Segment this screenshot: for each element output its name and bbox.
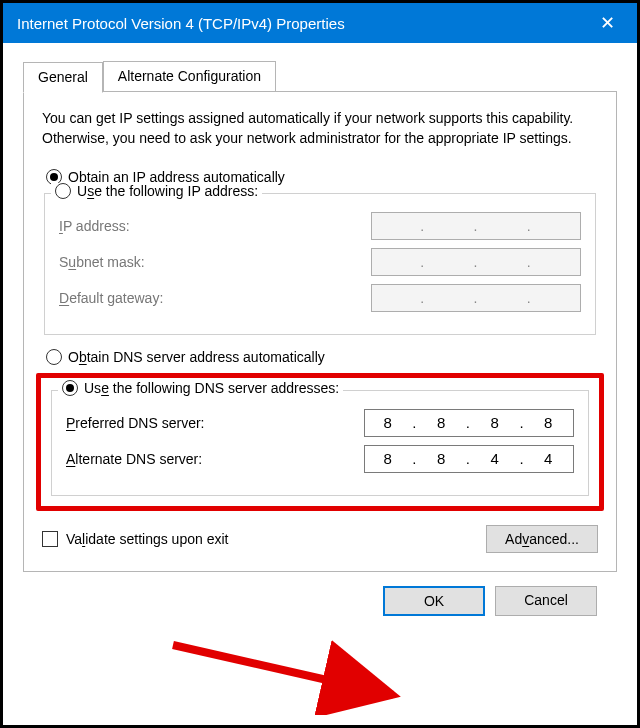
alternate-dns-input[interactable]: 8. 8. 4. 4	[364, 445, 574, 473]
arrow-annotation	[163, 635, 443, 715]
dns-group: Use the following DNS server addresses: …	[51, 390, 589, 496]
subnet-input: ...	[371, 248, 581, 276]
validate-checkbox[interactable]: Validate settings upon exit	[42, 531, 228, 547]
tab-alternate[interactable]: Alternate Configuration	[103, 61, 276, 92]
footer-row: Validate settings upon exit Advanced...	[42, 525, 598, 553]
radio-dns-auto-label: Obtain DNS server address automatically	[68, 349, 325, 365]
ip-address-label: IP address:	[59, 218, 130, 234]
alternate-dns-label: Alternate DNS server:	[66, 451, 202, 467]
radio-dns-manual-label: Use the following DNS server addresses:	[84, 380, 339, 396]
radio-icon	[46, 349, 62, 365]
cancel-button[interactable]: Cancel	[495, 586, 597, 616]
subnet-label: Subnet mask:	[59, 254, 145, 270]
radio-icon	[62, 380, 78, 396]
ok-button[interactable]: OK	[383, 586, 485, 616]
tab-general[interactable]: General	[23, 62, 103, 93]
ip-group: Use the following IP address: IP address…	[44, 193, 596, 335]
tabstrip: General Alternate Configuration	[23, 61, 617, 92]
gateway-label: Default gateway:	[59, 290, 163, 306]
dialog-buttons: OK Cancel	[23, 572, 617, 616]
radio-ip-manual-label: Use the following IP address:	[77, 183, 258, 199]
tab-content: You can get IP settings assigned automat…	[23, 91, 617, 572]
titlebar: Internet Protocol Version 4 (TCP/IPv4) P…	[3, 3, 637, 43]
svg-line-0	[173, 645, 393, 695]
preferred-dns-label: Preferred DNS server:	[66, 415, 205, 431]
radio-ip-manual[interactable]: Use the following IP address:	[51, 183, 262, 199]
radio-dns-manual[interactable]: Use the following DNS server addresses:	[58, 380, 343, 396]
preferred-dns-input[interactable]: 8. 8. 8. 8	[364, 409, 574, 437]
validate-label: Validate settings upon exit	[66, 531, 228, 547]
radio-icon	[55, 183, 71, 199]
ip-address-input: ...	[371, 212, 581, 240]
window-title: Internet Protocol Version 4 (TCP/IPv4) P…	[17, 15, 345, 32]
client-area: General Alternate Configuration You can …	[3, 43, 637, 632]
dns-highlight: Use the following DNS server addresses: …	[36, 373, 604, 511]
gateway-input: ...	[371, 284, 581, 312]
intro-text: You can get IP settings assigned automat…	[42, 108, 598, 149]
close-icon[interactable]: ✕	[592, 12, 623, 34]
advanced-button[interactable]: Advanced...	[486, 525, 598, 553]
checkbox-icon	[42, 531, 58, 547]
radio-dns-auto[interactable]: Obtain DNS server address automatically	[46, 349, 598, 365]
